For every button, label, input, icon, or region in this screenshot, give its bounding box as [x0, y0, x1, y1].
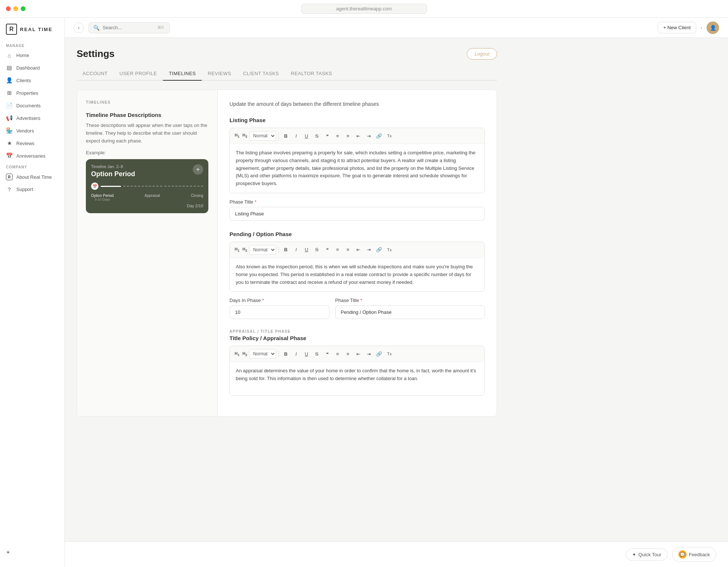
documents-icon: 📄 — [6, 102, 13, 109]
sidebar-item-theme[interactable]: ☀ — [0, 547, 64, 558]
sidebar-item-home[interactable]: ⌂ Home — [0, 49, 64, 61]
divider — [278, 350, 279, 357]
ol-button[interactable]: ≡ — [333, 349, 342, 359]
tab-reviews[interactable]: REVIEWS — [202, 67, 237, 81]
indent-left-button[interactable]: ⇤ — [353, 131, 363, 141]
bold-button[interactable]: B — [281, 349, 291, 359]
timeline-day: Day 2/10 — [91, 204, 203, 208]
appraisal-editor-content[interactable]: An appraisal determines the value of you… — [230, 362, 484, 395]
traffic-light-green[interactable] — [21, 6, 26, 11]
ul-button[interactable]: ≡ — [343, 131, 353, 141]
strikethrough-button[interactable]: S — [312, 349, 322, 359]
vendors-icon: 🏪 — [6, 127, 13, 134]
description-text: These descriptions will appear when the … — [86, 122, 208, 145]
underline-button[interactable]: U — [302, 349, 311, 359]
tab-account[interactable]: ACCOUNT — [77, 67, 114, 81]
back-button[interactable]: ‹ — [74, 23, 84, 33]
tab-client-tasks[interactable]: CLIENT TASKS — [237, 67, 285, 81]
theme-icon: ☀ — [6, 550, 10, 555]
listing-phase-title-input[interactable] — [229, 207, 485, 221]
quote-button[interactable]: ❝ — [322, 131, 332, 141]
days-in-phase-input[interactable] — [229, 305, 329, 319]
italic-button[interactable]: I — [291, 349, 301, 359]
underline-button[interactable]: U — [302, 131, 311, 141]
sidebar-item-properties[interactable]: ⊞ Properties — [0, 87, 64, 99]
indent-left-button[interactable]: ⇤ — [353, 245, 363, 255]
sidebar-item-vendors[interactable]: 🏪 Vendors — [0, 124, 64, 137]
search-input[interactable] — [103, 25, 154, 30]
format-select[interactable]: Normal — [249, 131, 276, 141]
ul-button[interactable]: ≡ — [343, 349, 353, 359]
link-button[interactable]: 🔗 — [374, 349, 384, 359]
clear-format-button[interactable]: Tx — [385, 245, 394, 255]
format-select[interactable]: Normal — [249, 349, 276, 359]
bold-button[interactable]: B — [281, 245, 291, 255]
tab-realtor-tasks[interactable]: REALTOR TASKS — [285, 67, 338, 81]
url-bar[interactable]: agent.therealtimeapp.com — [301, 4, 427, 14]
italic-button[interactable]: I — [291, 131, 301, 141]
bold-button[interactable]: B — [281, 131, 291, 141]
appraisal-section-subtitle: Title Policy / Appraisal Phase — [229, 335, 485, 341]
underline-button[interactable]: U — [302, 245, 311, 255]
pending-fields-row: Days In Phase * Phase Title * — [229, 298, 485, 319]
h1-button[interactable]: H1 — [234, 246, 241, 253]
new-client-button[interactable]: + New Client — [658, 22, 696, 33]
sidebar-item-label: Home — [16, 53, 29, 58]
content-area: Settings Logout ACCOUNT USER PROFILE TIM… — [65, 38, 728, 541]
anniversaries-icon: 📅 — [6, 152, 13, 159]
logout-button[interactable]: Logout — [467, 48, 497, 60]
indent-left-button[interactable]: ⇤ — [353, 349, 363, 359]
clear-format-button[interactable]: Tx — [385, 131, 394, 141]
sidebar-item-dashboard[interactable]: ▤ Dashboard — [0, 61, 64, 74]
sidebar-item-clients[interactable]: 👤 Clients — [0, 74, 64, 87]
h1-button[interactable]: H1 — [234, 350, 241, 358]
indent-right-button[interactable]: ⇥ — [364, 131, 373, 141]
sidebar-item-support[interactable]: ? Support — [0, 183, 64, 195]
link-button[interactable]: 🔗 — [374, 245, 384, 255]
chevron-down-icon[interactable]: › — [701, 25, 702, 30]
content-inner: Settings Logout ACCOUNT USER PROFILE TIM… — [65, 38, 509, 427]
h2-button[interactable]: H2 — [241, 246, 248, 253]
timeline-title: Option Period — [91, 170, 135, 178]
tab-user-profile[interactable]: USER PROFILE — [114, 67, 163, 81]
feedback-button[interactable]: 💬 Feedback — [672, 547, 716, 562]
link-button[interactable]: 🔗 — [374, 131, 384, 141]
quick-tour-button[interactable]: ✦ Quick Tour — [626, 548, 668, 561]
dashboard-icon: ▤ — [6, 64, 13, 71]
ol-button[interactable]: ≡ — [333, 131, 342, 141]
tab-timelines[interactable]: TIMELINES — [163, 67, 202, 81]
about-logo-icon: R — [6, 174, 13, 180]
quote-button[interactable]: ❝ — [322, 245, 332, 255]
strikethrough-button[interactable]: S — [312, 245, 322, 255]
appraisal-phase-section: APPRAISAL / TITLE PHASE Title Policy / A… — [229, 329, 485, 396]
italic-button[interactable]: I — [291, 245, 301, 255]
description-title: Timeline Phase Descriptions — [86, 112, 208, 118]
listing-editor-content[interactable]: The listing phase involves preparing a p… — [230, 144, 484, 193]
sidebar-item-anniversaries[interactable]: 📅 Anniversaries — [0, 150, 64, 162]
advertisers-icon: 📢 — [6, 115, 13, 121]
h2-button[interactable]: H2 — [241, 132, 248, 139]
pending-editor-content[interactable]: Also known as the inspection period, thi… — [230, 258, 484, 291]
sidebar-item-advertisers[interactable]: 📢 Advertisers — [0, 112, 64, 124]
indent-right-button[interactable]: ⇥ — [364, 245, 373, 255]
h1-button[interactable]: H1 — [234, 132, 241, 139]
sidebar-item-documents[interactable]: 📄 Documents — [0, 99, 64, 112]
ol-button[interactable]: ≡ — [333, 245, 342, 255]
sidebar-item-reviews[interactable]: ★ Reviews — [0, 137, 64, 150]
traffic-light-red[interactable] — [6, 6, 11, 11]
clear-format-button[interactable]: Tx — [385, 349, 394, 359]
divider — [278, 246, 279, 253]
ul-button[interactable]: ≡ — [343, 245, 353, 255]
phase-appraisal: Appraisal — [145, 194, 160, 201]
quote-button[interactable]: ❝ — [322, 349, 332, 359]
strikethrough-button[interactable]: S — [312, 131, 322, 141]
timeline-plus-button[interactable]: + — [193, 164, 203, 175]
right-panel: Update the amount of days between the di… — [218, 90, 497, 416]
traffic-light-yellow[interactable] — [13, 6, 18, 11]
h2-button[interactable]: H2 — [241, 350, 248, 358]
sidebar-item-label: Clients — [16, 78, 31, 83]
pending-phase-title-input[interactable] — [335, 305, 485, 319]
format-select[interactable]: Normal — [249, 245, 276, 255]
sidebar-item-about[interactable]: R About Real Time — [0, 171, 64, 183]
indent-right-button[interactable]: ⇥ — [364, 349, 373, 359]
